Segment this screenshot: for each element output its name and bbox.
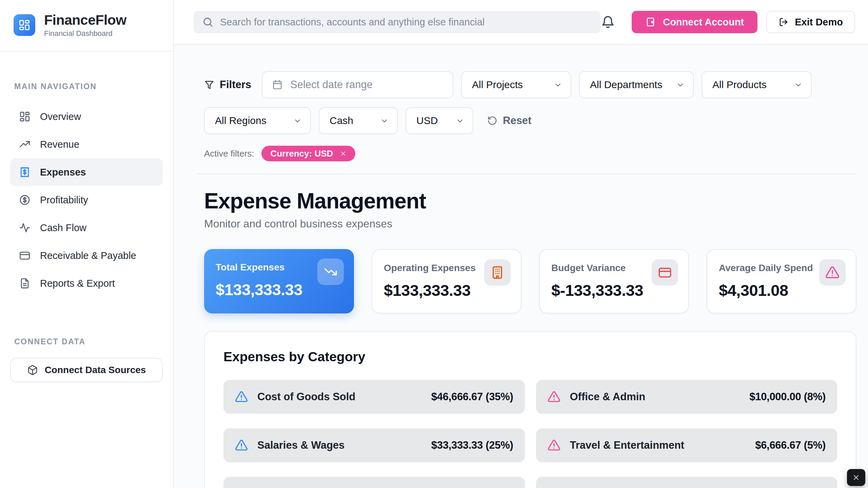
main-content: Filters All Projects All Departments All… [174, 45, 868, 488]
departments-select[interactable]: All Departments [579, 71, 694, 98]
nav-items: Overview Revenue Expenses Profitability [10, 103, 163, 297]
credit-card-icon [19, 250, 31, 261]
activity-icon [19, 222, 31, 233]
app-tagline: Financial Dashboard [44, 29, 126, 38]
chevron-down-icon [794, 80, 803, 89]
sidebar-item-label: Cash Flow [40, 222, 86, 233]
sidebar-item[interactable]: Receivable & Payable [10, 242, 163, 269]
chevron-down-icon [293, 116, 302, 125]
products-select-value: All Products [712, 79, 767, 90]
credit-card-icon [658, 265, 672, 280]
package-icon [27, 365, 38, 375]
sidebar-item[interactable]: Revenue [10, 130, 163, 158]
rotate-ccw-icon [487, 116, 497, 126]
alert-triangle-icon [235, 439, 248, 452]
currency-filter-chip[interactable]: Currency: USD [261, 146, 355, 161]
currency-select[interactable]: USD [406, 107, 473, 134]
category-name: Cost of Goods Sold [257, 391, 422, 403]
payment-method-select[interactable]: Cash [319, 107, 398, 134]
category-row: Salaries & Wages $33,333.33 (25%) [223, 428, 525, 462]
filters-row-1: Filters All Projects All Departments All… [204, 71, 856, 98]
file-text-icon [19, 278, 31, 289]
regions-select[interactable]: All Regions [204, 107, 311, 134]
products-select[interactable]: All Products [702, 71, 812, 98]
category-value: $6,666.67 (5%) [755, 439, 826, 451]
wallet-icon [645, 17, 656, 27]
category-row: Marketing $20,000.00 (15%) [223, 477, 525, 488]
dashboard-icon [18, 19, 31, 31]
category-row: Cost of Goods Sold $46,666.67 (35%) [223, 380, 525, 414]
connect-data-section: CONNECT DATA Connect Data Sources [0, 337, 173, 382]
chevron-down-icon [676, 80, 685, 89]
topbar: Connect Account Exit Demo [174, 0, 868, 45]
date-range-input[interactable] [262, 71, 453, 98]
stat-icon-chip [819, 259, 846, 286]
category-row: Office & Admin $10,000.00 (8%) [536, 380, 837, 414]
notifications-button[interactable] [601, 15, 615, 29]
page-title: Expense Management [204, 188, 856, 214]
chevron-down-icon [380, 116, 389, 125]
category-row: Travel & Entertainment $6,666.67 (5%) [536, 428, 837, 462]
connect-data-label: CONNECT DATA [10, 337, 163, 346]
reset-label: Reset [503, 115, 531, 127]
active-filters-label: Active filters: [204, 148, 254, 159]
category-name: Salaries & Wages [257, 439, 422, 451]
filters-label: Filters [220, 79, 251, 91]
stat-card: Total Expenses $133,333.33 [204, 249, 354, 313]
calendar-icon [272, 79, 283, 90]
stats-grid: Total Expenses $133,333.33 Operating Exp… [204, 249, 856, 313]
sidebar-item[interactable]: Profitability [10, 186, 163, 214]
category-value: $33,333.33 (25%) [431, 439, 513, 451]
app-logo: FinanceFlow Financial Dashboard [0, 0, 173, 52]
departments-select-value: All Departments [590, 79, 662, 90]
funnel-icon [204, 80, 214, 90]
sidebar-item[interactable]: Expenses [10, 158, 163, 186]
search-bar[interactable] [194, 11, 600, 33]
search-input[interactable] [220, 17, 592, 28]
nav-section-label: MAIN NAVIGATION [10, 82, 163, 91]
active-filters-row: Active filters: Currency: USD [204, 146, 856, 161]
date-range-field[interactable] [290, 79, 443, 91]
projects-select[interactable]: All Projects [461, 71, 571, 98]
building-icon [490, 265, 505, 280]
stat-card: Budget Variance $-133,333.33 [539, 249, 689, 313]
regions-select-value: All Regions [215, 115, 267, 126]
filters-title: Filters [204, 79, 251, 91]
sidebar-item-label: Overview [40, 111, 81, 122]
sidebar-item[interactable]: Overview [10, 103, 163, 130]
currency-select-value: USD [416, 115, 438, 126]
currency-filter-chip-label: Currency: USD [270, 148, 333, 159]
app-logo-badge [14, 14, 35, 36]
filters-row-2: All Regions Cash USD Reset [204, 107, 856, 134]
dollar-circle-icon [19, 194, 31, 206]
sidebar-item[interactable]: Cash Flow [10, 214, 163, 242]
sidebar-item-label: Profitability [40, 195, 88, 206]
stat-icon-chip [484, 259, 511, 286]
connect-account-button[interactable]: Connect Account [632, 11, 757, 33]
close-button[interactable] [847, 469, 865, 486]
sidebar-item-label: Receivable & Payable [40, 250, 136, 261]
x-icon[interactable] [340, 150, 347, 157]
categories-grid: Cost of Goods Sold $46,666.67 (35%) Offi… [223, 380, 837, 488]
stat-card: Average Daily Spend $4,301.08 [707, 249, 856, 313]
logout-icon [778, 17, 789, 27]
projects-select-value: All Projects [472, 79, 523, 90]
sidebar-item-label: Revenue [40, 139, 79, 150]
app-title: FinanceFlow [44, 12, 126, 28]
stat-card: Operating Expenses $133,333.33 [372, 249, 521, 313]
category-value: $46,666.67 (35%) [431, 391, 513, 403]
categories-title: Expenses by Category [223, 349, 837, 364]
search-icon [202, 17, 213, 27]
connect-data-sources-button[interactable]: Connect Data Sources [10, 358, 163, 382]
reset-filters-button[interactable]: Reset [487, 115, 531, 127]
connect-data-sources-label: Connect Data Sources [45, 365, 146, 375]
exit-demo-label: Exit Demo [795, 17, 843, 28]
bell-icon [601, 15, 615, 29]
exit-demo-button[interactable]: Exit Demo [766, 11, 855, 33]
sidebar-item[interactable]: Reports & Export [10, 269, 163, 297]
stat-icon-chip [317, 259, 344, 285]
sidebar-item-label: Expenses [40, 167, 86, 178]
chevron-down-icon [553, 80, 563, 89]
trending-down-icon [323, 265, 338, 279]
category-name: Office & Admin [570, 391, 740, 403]
